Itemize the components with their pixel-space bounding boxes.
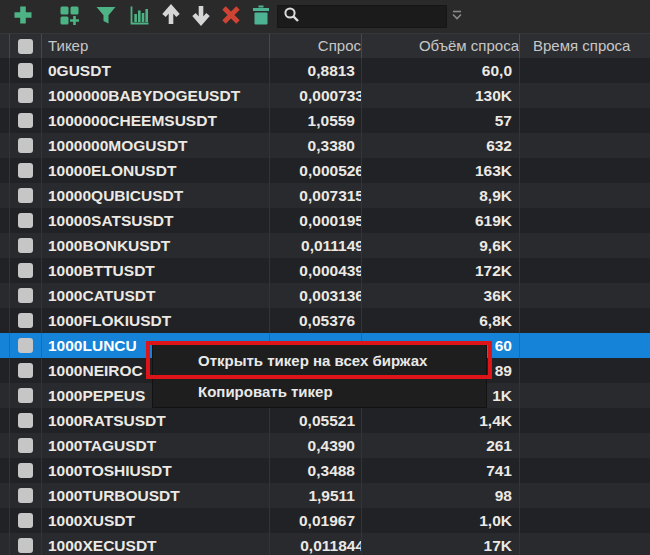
table-row[interactable]: 1000000CHEEMSUSDT1,055957 bbox=[0, 108, 650, 133]
volume-cell: 163K bbox=[362, 158, 520, 183]
row-checkbox[interactable] bbox=[18, 538, 33, 553]
column-header-demand[interactable]: Спрос bbox=[270, 34, 362, 59]
table-row[interactable]: 1000CATUSDT0,00313636K bbox=[0, 283, 650, 308]
ticker-cell: 10000ELONUSDT bbox=[42, 158, 270, 183]
demand-value: 0,8813 bbox=[308, 58, 361, 83]
select-all-checkbox[interactable] bbox=[18, 39, 33, 54]
demand-cell: 0,3488 bbox=[270, 458, 362, 483]
volume-cell: 130K bbox=[362, 83, 520, 108]
remove-button[interactable] bbox=[218, 4, 243, 29]
table-row[interactable]: 10000ELONUSDT0,000526163K bbox=[0, 158, 650, 183]
add-widget-button[interactable] bbox=[56, 4, 81, 29]
time-cell bbox=[520, 233, 650, 258]
row-handle-cell bbox=[0, 83, 10, 108]
table-row[interactable]: 1000BONKUSDT0,0111499,6K bbox=[0, 233, 650, 258]
move-up-button[interactable] bbox=[158, 4, 183, 29]
demand-cell: 0,011844 bbox=[270, 533, 362, 555]
volume-value: 632 bbox=[486, 133, 519, 158]
filter-button[interactable] bbox=[93, 4, 118, 29]
table-row[interactable]: 1000000BABYDOGEUSDT0,000733130K bbox=[0, 83, 650, 108]
row-checkbox-wrap bbox=[10, 483, 41, 508]
row-checkbox[interactable] bbox=[18, 63, 33, 78]
table-row[interactable]: 1000TAGUSDT0,4390261 bbox=[0, 433, 650, 458]
row-handle-cell bbox=[0, 258, 10, 283]
table-row[interactable]: 1000RATSUSDT0,055211,4K bbox=[0, 408, 650, 433]
trash-button[interactable] bbox=[248, 4, 273, 29]
time-cell bbox=[520, 83, 650, 108]
row-checkbox-cell bbox=[10, 383, 42, 408]
row-checkbox-wrap bbox=[10, 533, 41, 555]
volume-value: 98 bbox=[495, 483, 519, 508]
row-checkbox[interactable] bbox=[18, 238, 33, 253]
volume-value: 89 bbox=[495, 358, 519, 383]
row-checkbox[interactable] bbox=[18, 413, 33, 428]
volume-value: 261 bbox=[486, 433, 519, 458]
row-checkbox[interactable] bbox=[18, 213, 33, 228]
table-row[interactable]: 1000BTTUSDT0,000439172K bbox=[0, 258, 650, 283]
row-checkbox[interactable] bbox=[18, 88, 33, 103]
row-checkbox-cell bbox=[10, 358, 42, 383]
row-checkbox[interactable] bbox=[18, 513, 33, 528]
row-checkbox[interactable] bbox=[18, 263, 33, 278]
column-header-ticker[interactable]: Тикер bbox=[42, 34, 270, 59]
time-cell bbox=[520, 158, 650, 183]
row-handle-cell bbox=[0, 508, 10, 533]
table-row[interactable]: 10000QUBICUSDT0,0073158,9K bbox=[0, 183, 650, 208]
chart-button[interactable] bbox=[126, 4, 151, 29]
table-row[interactable]: 1000XUSDT0,019671,0K bbox=[0, 508, 650, 533]
row-checkbox[interactable] bbox=[18, 438, 33, 453]
time-cell bbox=[520, 58, 650, 83]
move-down-button[interactable] bbox=[188, 4, 213, 29]
menu-item-open-ticker-all-exchanges[interactable]: Открыть тикер на всех биржах bbox=[153, 345, 486, 376]
demand-cell: 0,003136 bbox=[270, 283, 362, 308]
table-row[interactable]: 10000SATSUSDT0,000195619K bbox=[0, 208, 650, 233]
volume-value: 163K bbox=[475, 158, 519, 183]
row-handle-cell bbox=[0, 408, 10, 433]
row-handle-cell bbox=[0, 108, 10, 133]
row-checkbox[interactable] bbox=[18, 313, 33, 328]
row-checkbox-cell bbox=[10, 458, 42, 483]
search-input[interactable] bbox=[300, 9, 446, 25]
row-checkbox-wrap bbox=[10, 233, 41, 258]
row-checkbox[interactable] bbox=[18, 288, 33, 303]
volume-cell: 619K bbox=[362, 208, 520, 233]
row-checkbox[interactable] bbox=[18, 363, 33, 378]
row-checkbox[interactable] bbox=[18, 388, 33, 403]
column-header-volume[interactable]: Объём спроса bbox=[362, 34, 520, 59]
row-checkbox-cell bbox=[10, 183, 42, 208]
row-checkbox[interactable] bbox=[18, 488, 33, 503]
row-checkbox[interactable] bbox=[18, 113, 33, 128]
table-row[interactable]: 1000TOSHIUSDT0,3488741 bbox=[0, 458, 650, 483]
row-checkbox[interactable] bbox=[18, 188, 33, 203]
volume-value: 6,8K bbox=[479, 308, 519, 333]
row-checkbox-wrap bbox=[10, 158, 41, 183]
menu-item-copy-ticker[interactable]: Копировать тикер bbox=[153, 376, 486, 407]
column-header-time[interactable]: Время спроса bbox=[520, 34, 650, 59]
row-checkbox[interactable] bbox=[18, 163, 33, 178]
time-cell bbox=[520, 508, 650, 533]
screener-window: ТикерСпросОбъём спросаВремя спроса 0GUSD… bbox=[0, 0, 650, 555]
table-row[interactable]: 1000TURBOUSDT1,951198 bbox=[0, 483, 650, 508]
time-cell bbox=[520, 408, 650, 433]
table-row[interactable]: 1000FLOKIUSDT0,053766,8K bbox=[0, 308, 650, 333]
toolbar-overflow-button[interactable] bbox=[450, 9, 464, 23]
time-cell bbox=[520, 183, 650, 208]
row-checkbox-wrap bbox=[10, 283, 41, 308]
ticker-cell: 1000TAGUSDT bbox=[42, 433, 270, 458]
table-row[interactable]: 0GUSDT0,881360,0 bbox=[0, 58, 650, 83]
row-checkbox[interactable] bbox=[18, 463, 33, 478]
bar-chart-icon bbox=[127, 3, 151, 31]
volume-cell: 57 bbox=[362, 108, 520, 133]
row-checkbox-cell bbox=[10, 483, 42, 508]
add-button[interactable] bbox=[10, 4, 35, 29]
demand-value: 0,011149 bbox=[301, 233, 362, 258]
volume-value: 619K bbox=[475, 208, 519, 233]
volume-cell: 741 bbox=[362, 458, 520, 483]
row-handle-cell bbox=[0, 208, 10, 233]
table-row[interactable]: 1000XECUSDT0,01184417K bbox=[0, 533, 650, 555]
row-checkbox[interactable] bbox=[18, 338, 33, 353]
row-checkbox-cell bbox=[10, 108, 42, 133]
row-checkbox[interactable] bbox=[18, 138, 33, 153]
demand-cell: 0,000195 bbox=[270, 208, 362, 233]
table-row[interactable]: 1000000MOGUSDT0,3380632 bbox=[0, 133, 650, 158]
